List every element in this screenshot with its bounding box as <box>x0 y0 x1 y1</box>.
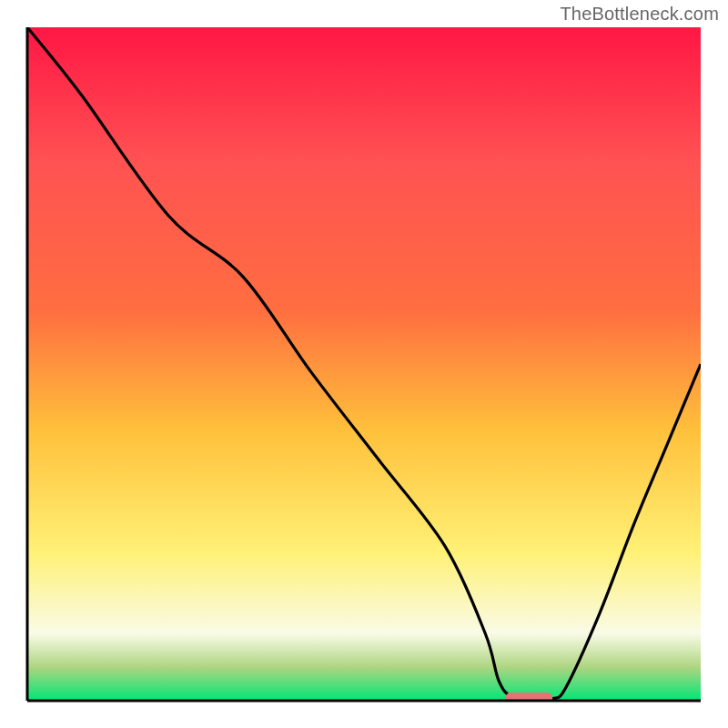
optimal-marker <box>505 693 552 704</box>
gradient-background <box>27 27 701 701</box>
watermark-text: TheBottleneck.com <box>560 4 719 25</box>
bottleneck-chart <box>0 0 728 728</box>
